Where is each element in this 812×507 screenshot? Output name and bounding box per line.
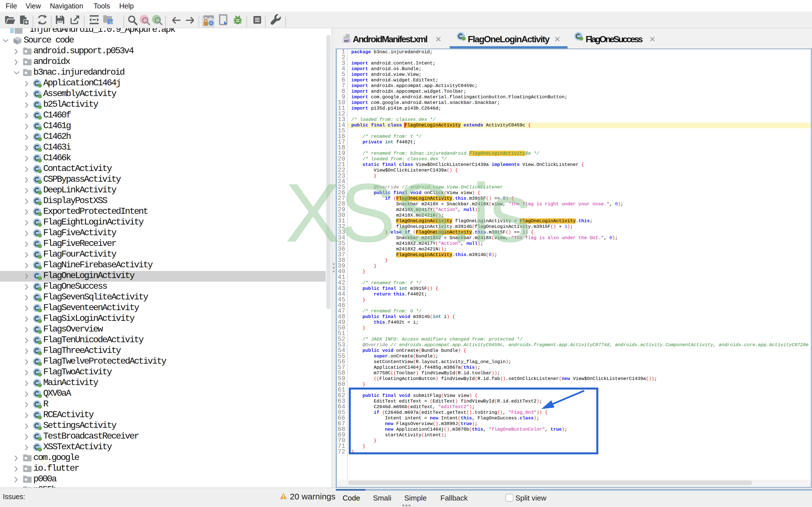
svg-text:MF: MF: [344, 39, 350, 43]
